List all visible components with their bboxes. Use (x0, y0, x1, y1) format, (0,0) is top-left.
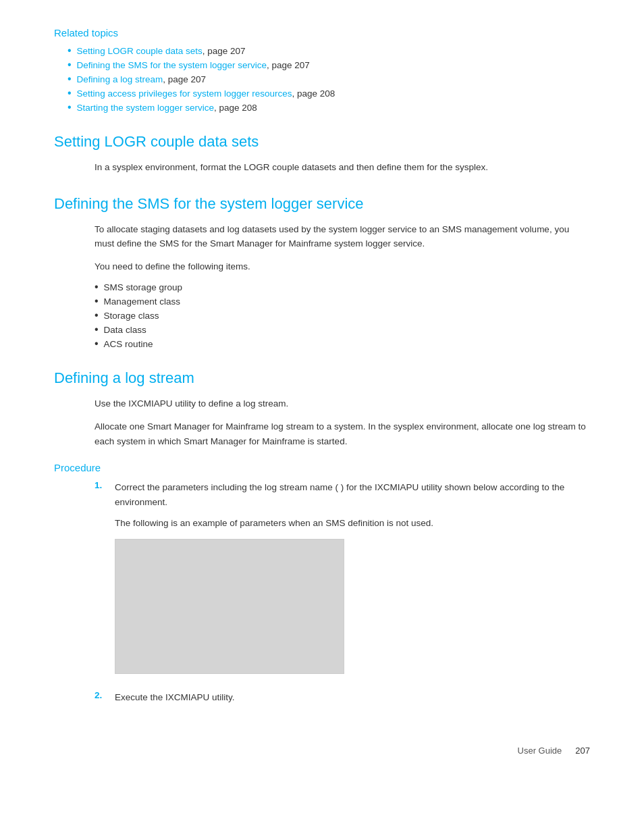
bullet-icon: • (68, 74, 72, 84)
list-item: •ACS routine (95, 338, 590, 349)
bullet-icon: • (68, 88, 72, 99)
step-1-note: The following is an example of parameter… (115, 516, 590, 531)
related-link[interactable]: Starting the system logger service (77, 103, 214, 113)
related-link[interactable]: Defining the SMS for the system logger s… (77, 60, 267, 70)
related-links-list: •Setting LOGR couple data sets, page 207… (68, 45, 590, 113)
bullet-icon: • (68, 59, 72, 70)
step-2: 2. Execute the IXCMIAPU utility. (95, 690, 590, 705)
section-setting-logr: Setting LOGR couple data sets In a syspl… (54, 133, 590, 175)
list-item-text: Storage class (104, 311, 159, 321)
list-item: •Storage class (95, 310, 590, 321)
related-topics-heading: Related topics (54, 27, 590, 38)
list-item-text: SMS storage group (104, 282, 182, 292)
sms-bullet-list: •SMS storage group•Management class•Stor… (95, 282, 590, 349)
list-item: •Data class (95, 324, 590, 335)
bullet-icon: • (95, 338, 99, 349)
section-title-defining-sms: Defining the SMS for the system logger s… (54, 195, 590, 213)
step-1-number: 1. (95, 480, 115, 682)
footer-page-number: 207 (575, 746, 590, 756)
list-item: •SMS storage group (95, 282, 590, 292)
code-block (115, 539, 344, 674)
bullet-icon: • (95, 310, 99, 321)
section-setting-logr-para1: In a sysplex environment, format the LOG… (95, 160, 590, 175)
section-log-stream-para1: Use the IXCMIAPU utility to define a log… (95, 396, 590, 411)
related-link[interactable]: Setting access privileges for system log… (77, 88, 292, 99)
bullet-icon: • (95, 296, 99, 307)
bullet-icon: • (68, 45, 72, 56)
related-link-item: •Setting LOGR couple data sets, page 207 (68, 45, 590, 56)
procedure-subsection: Procedure 1. Correct the parameters incl… (54, 462, 590, 704)
footer-label: User Guide (518, 746, 562, 756)
procedure-label: Procedure (54, 462, 590, 473)
list-item-text: ACS routine (104, 339, 153, 349)
section-title-setting-logr: Setting LOGR couple data sets (54, 133, 590, 151)
page-reference: , page 207 (203, 46, 246, 56)
related-link-item: •Defining a log stream, page 207 (68, 74, 590, 84)
related-link-item: •Defining the SMS for the system logger … (68, 59, 590, 70)
step-1-content: Correct the parameters including the log… (115, 480, 590, 682)
list-item-text: Management class (104, 296, 180, 307)
section-defining-sms-para1: To allocate staging datasets and log dat… (95, 222, 590, 251)
related-link-item: •Starting the system logger service, pag… (68, 102, 590, 113)
step-1: 1. Correct the parameters including the … (95, 480, 590, 682)
section-title-defining-log-stream: Defining a log stream (54, 369, 590, 387)
related-link[interactable]: Setting LOGR couple data sets (77, 46, 203, 56)
step-1-text: Correct the parameters including the log… (115, 482, 564, 507)
section-defining-sms: Defining the SMS for the system logger s… (54, 195, 590, 350)
bullet-icon: • (95, 324, 99, 335)
section-defining-log-stream: Defining a log stream Use the IXCMIAPU u… (54, 369, 590, 704)
list-item: •Management class (95, 296, 590, 307)
page-reference: , page 207 (267, 60, 310, 70)
bullet-icon: • (68, 102, 72, 113)
step-2-text: Execute the IXCMIAPU utility. (115, 690, 590, 705)
page-reference: , page 207 (163, 74, 206, 84)
related-link[interactable]: Defining a log stream (77, 74, 163, 84)
page-footer: User Guide 207 (54, 746, 590, 756)
related-link-item: •Setting access privileges for system lo… (68, 88, 590, 99)
page-reference: , page 208 (292, 88, 336, 99)
bullet-icon: • (95, 282, 99, 292)
section-log-stream-para2: Allocate one Smart Manager for Mainframe… (95, 419, 590, 448)
section-defining-sms-para2: You need to define the following items. (95, 259, 590, 274)
related-topics-section: Related topics •Setting LOGR couple data… (54, 27, 590, 113)
page-reference: , page 208 (214, 103, 257, 113)
list-item-text: Data class (104, 325, 146, 335)
step-2-number: 2. (95, 690, 115, 705)
